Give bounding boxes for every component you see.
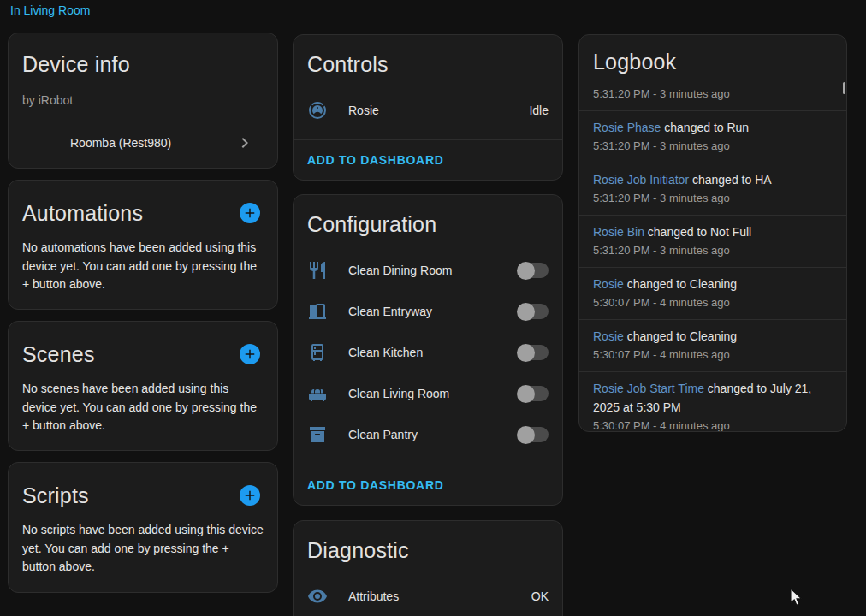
- switch-label: Clean Kitchen: [348, 346, 423, 359]
- logbook-entry-time: 5:31:20 PM - 3 minutes ago: [593, 190, 833, 207]
- toggle-thumb: [517, 303, 535, 321]
- add-scene-button[interactable]: [240, 344, 260, 364]
- sofa-icon: [307, 383, 328, 404]
- logbook-entry-partial[interactable]: ˘ ˊ 5:31:20 PM - 3 minutes ago: [579, 76, 846, 111]
- scripts-empty-text: No scripts have been added using this de…: [9, 509, 277, 577]
- logbook-message: changed to Not Full: [648, 225, 751, 239]
- mouse-cursor-icon: [787, 588, 806, 607]
- toggle-thumb: [517, 344, 535, 362]
- logbook-title: Logbook: [579, 35, 846, 75]
- logbook-entity-link[interactable]: Rosie Job Start Time: [593, 382, 704, 395]
- logbook-entity-link[interactable]: Rosie Bin: [593, 225, 644, 239]
- switch-label: Clean Entryway: [348, 305, 432, 318]
- logbook-entry-time: 5:31:20 PM - 3 minutes ago: [593, 242, 833, 259]
- configuration-add-to-dashboard-button[interactable]: ADD TO DASHBOARD: [294, 465, 562, 505]
- clipped-message-fragments: ˘ ˊ: [593, 76, 833, 85]
- automations-empty-text: No automations have been added using thi…: [9, 227, 277, 294]
- device-page: { "breadcrumb": {"label": "In Living Roo…: [0, 0, 866, 616]
- diagnostic-card: Diagnostic Attributes OK: [293, 520, 563, 616]
- controls-title: Controls: [294, 35, 562, 78]
- logbook-entry[interactable]: Rosie Job Initiator changed to HA 5:31:2…: [579, 163, 846, 216]
- device-manufacturer: by iRobot: [22, 93, 264, 107]
- device-info-title: Device info: [9, 33, 277, 78]
- diagnostic-title: Diagnostic: [294, 521, 562, 564]
- scenes-title: Scenes: [22, 341, 95, 368]
- toggle-thumb: [517, 426, 535, 444]
- entity-name: Rosie: [348, 104, 379, 117]
- switch-label: Clean Living Room: [348, 387, 449, 400]
- integration-row[interactable]: Roomba (Rest980): [70, 133, 255, 153]
- add-automation-button[interactable]: [240, 203, 260, 223]
- entity-state: Idle: [529, 104, 549, 117]
- clean-entryway-toggle[interactable]: [518, 304, 549, 319]
- chevron-right-icon: [234, 133, 255, 153]
- robot-vacuum-icon: [307, 100, 328, 121]
- switch-label: Clean Dining Room: [348, 264, 452, 277]
- logbook-entry[interactable]: Rosie Phase changed to Run 5:31:20 PM - …: [579, 111, 846, 163]
- clean-pantry-toggle[interactable]: [518, 427, 549, 442]
- switch-row-clean-kitchen: Clean Kitchen: [294, 332, 562, 373]
- clean-living-room-toggle[interactable]: [518, 386, 549, 401]
- scenes-empty-text: No scenes have been added using this dev…: [9, 368, 277, 435]
- switch-row-clean-living-room: Clean Living Room: [294, 373, 562, 414]
- switch-row-clean-entryway: Clean Entryway: [294, 291, 562, 332]
- logbook-entry[interactable]: Rosie changed to Cleaning 5:30:07 PM - 4…: [579, 268, 846, 320]
- clean-dining-room-toggle[interactable]: [518, 263, 549, 278]
- configuration-card: Configuration Clean Dining Room Clean En…: [293, 194, 563, 506]
- logbook-entry-time: 5:31:20 PM - 3 minutes ago: [593, 86, 833, 103]
- logbook-entry-time: 5:30:07 PM - 4 minutes ago: [593, 418, 833, 432]
- toggle-thumb: [517, 385, 535, 403]
- logbook-message: changed to Cleaning: [627, 329, 737, 343]
- plus-icon: [242, 346, 258, 362]
- logbook-entry-time: 5:31:20 PM - 3 minutes ago: [593, 138, 833, 155]
- logbook-scrollbar-thumb[interactable]: [843, 82, 845, 94]
- switch-row-clean-dining-room: Clean Dining Room: [294, 250, 562, 291]
- configuration-title: Configuration: [294, 195, 562, 238]
- logbook-entry[interactable]: Rosie changed to Cleaning 5:30:07 PM - 4…: [579, 320, 846, 372]
- logbook-entity-link[interactable]: Rosie: [593, 329, 624, 343]
- logbook-entity-link[interactable]: Rosie: [593, 277, 624, 291]
- entity-row-attributes[interactable]: Attributes OK: [294, 576, 562, 616]
- integration-label: Roomba (Rest980): [70, 136, 171, 150]
- plus-icon: [242, 488, 258, 503]
- scenes-card: Scenes No scenes have been added using t…: [8, 321, 278, 451]
- logbook-entry[interactable]: Rosie Bin changed to Not Full 5:31:20 PM…: [579, 216, 846, 268]
- logbook-card: Logbook ˘ ˊ 5:31:20 PM - 3 minutes ago R…: [578, 34, 847, 432]
- breadcrumb-area-link[interactable]: In Living Room: [10, 3, 90, 17]
- logbook-entries: ˘ ˊ 5:31:20 PM - 3 minutes ago Rosie Pha…: [579, 76, 846, 432]
- automations-title: Automations: [22, 199, 143, 227]
- controls-card: Controls Rosie Idle ADD TO DASHBOARD: [293, 34, 563, 181]
- toggle-thumb: [517, 262, 535, 280]
- automations-card: Automations No automations have been add…: [8, 180, 278, 310]
- logbook-entry-time: 5:30:07 PM - 4 minutes ago: [593, 346, 833, 364]
- logbook-message: changed to HA: [692, 173, 772, 187]
- clean-kitchen-toggle[interactable]: [518, 345, 549, 360]
- logbook-entry-time: 5:30:07 PM - 4 minutes ago: [593, 294, 833, 311]
- plus-icon: [242, 205, 258, 221]
- archive-icon: [307, 424, 328, 445]
- device-info-card: Device info by iRobot Roomba (Rest980): [8, 33, 278, 169]
- fridge-icon: [307, 342, 328, 363]
- add-script-button[interactable]: [240, 485, 260, 506]
- logbook-entry[interactable]: Rosie Job Start Time changed to July 21,…: [579, 372, 846, 432]
- switch-label: Clean Pantry: [348, 428, 418, 441]
- logbook-entity-link[interactable]: Rosie Job Initiator: [593, 173, 689, 187]
- scripts-card: Scripts No scripts have been added using…: [8, 462, 278, 593]
- controls-add-to-dashboard-button[interactable]: ADD TO DASHBOARD: [294, 139, 562, 180]
- scripts-title: Scripts: [22, 482, 89, 509]
- silverware-icon: [307, 260, 328, 281]
- eye-icon: [307, 586, 328, 607]
- logbook-entity-link[interactable]: Rosie Phase: [593, 121, 661, 134]
- entity-name: Attributes: [348, 589, 399, 603]
- logbook-message: changed to Cleaning: [627, 277, 737, 291]
- entity-state: OK: [531, 589, 549, 603]
- logbook-message: changed to Run: [664, 121, 749, 134]
- switch-row-clean-pantry: Clean Pantry: [294, 414, 562, 455]
- door-open-icon: [307, 301, 328, 322]
- entity-row-rosie[interactable]: Rosie Idle: [294, 90, 562, 131]
